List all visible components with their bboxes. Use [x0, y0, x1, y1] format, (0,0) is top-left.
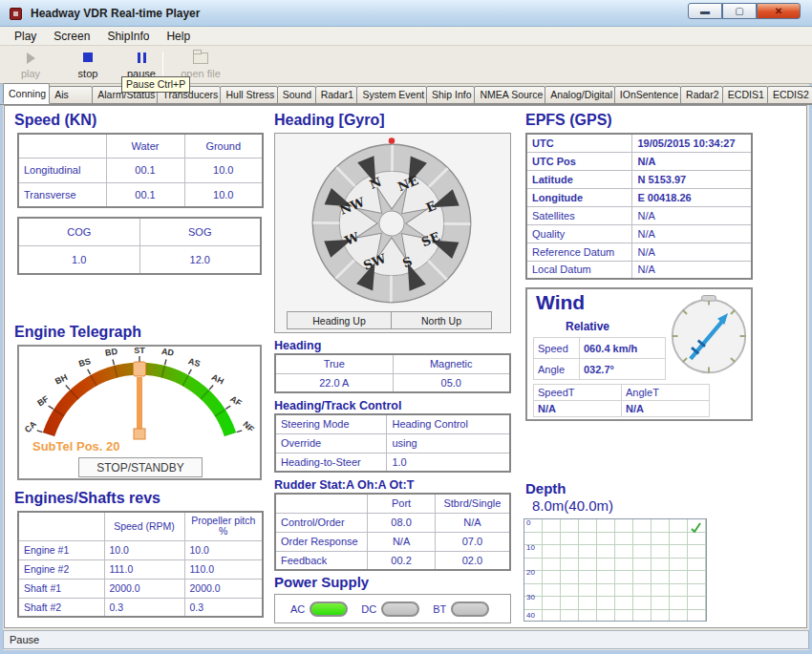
gyro-compass-panel: N NE E SE S SW W NW Heading Up North Up: [274, 133, 511, 333]
stop-button[interactable]: stop: [63, 50, 113, 80]
wind-dial: [668, 295, 750, 377]
table-row: Order Response N/A 07.0: [275, 532, 510, 551]
menu-screen[interactable]: Screen: [45, 28, 98, 45]
epfs-table: UTC 19/05/2015 10:34:27 UTC Pos N/A Lati…: [525, 133, 753, 280]
wind-subtitle: Relative: [566, 320, 609, 333]
table-row: Steering Mode Heading Control: [275, 414, 510, 433]
menu-bar: Play Screen ShipInfo Help: [0, 27, 812, 46]
table-row: 1.0 12.0: [18, 245, 261, 274]
depth-title: Depth: [525, 480, 566, 496]
telegraph-title: Engine Telegraph: [14, 324, 141, 341]
menu-shipinfo[interactable]: ShipInfo: [98, 28, 158, 45]
tab-ecdis2[interactable]: ECDIS2: [767, 86, 812, 104]
tab-nmea-source[interactable]: NMEA Source: [474, 86, 545, 104]
heading-true-value: 22.0 A: [275, 373, 393, 392]
pause-tooltip: Pause Ctrl+P: [121, 76, 190, 93]
table-row: Speed (RPM) Propeller pitch %: [18, 512, 263, 540]
table-row: Latitude N 5153.97: [526, 170, 752, 188]
tab-conning[interactable]: Conning: [3, 83, 50, 104]
toolbar-separator: [162, 52, 163, 78]
stop-standby-button[interactable]: STOP/STANDBY: [78, 457, 203, 477]
table-row: Quality N/A: [526, 224, 752, 243]
table-row: UTC Pos N/A: [526, 152, 752, 170]
track-control-title: Heading/Track Control: [274, 399, 401, 412]
status-bar: Pause: [3, 630, 809, 649]
compass-rose: N NE E SE S SW W NW: [303, 135, 481, 312]
ac-indicator: [310, 601, 348, 617]
tab-ecdis1[interactable]: ECDIS1: [722, 86, 768, 104]
tab-ais[interactable]: Ais: [49, 86, 93, 104]
engines-table: Speed (RPM) Propeller pitch % Engine #1 …: [17, 511, 264, 618]
status-text: Pause: [10, 634, 39, 645]
svg-text:BH: BH: [53, 372, 69, 387]
tab-hull-stress[interactable]: Hull Stress: [220, 86, 277, 104]
close-icon: ✕: [775, 6, 782, 16]
minimize-button[interactable]: ▬: [688, 3, 722, 19]
table-row: Shaft #2 0.3 0.3: [18, 598, 263, 617]
depth-graph: 0 10 20 30 40: [524, 518, 707, 622]
sog-header: SOG: [139, 218, 261, 245]
depth-trace-mark: [691, 522, 702, 534]
menu-play[interactable]: Play: [6, 28, 45, 45]
svg-text:AH: AH: [210, 372, 225, 387]
maximize-icon: ▢: [735, 6, 743, 16]
rudder-title: Rudder Stat:A Oh:A Ot:T: [274, 478, 414, 492]
window-border-left: [0, 27, 3, 654]
cog-sog-table: COG SOG 1.0 12.0: [17, 217, 262, 275]
tab-sound[interactable]: Sound: [277, 86, 316, 104]
table-row: Reference Datum N/A: [526, 243, 752, 261]
tab-ionsentence[interactable]: IOnSentence: [614, 86, 681, 104]
table-row: COG SOG: [18, 218, 261, 245]
table-row: SpeedT AngleT: [534, 385, 710, 401]
tab-system-event[interactable]: System Event: [356, 86, 427, 104]
play-icon: [27, 53, 35, 64]
wind-title: Wind: [536, 291, 585, 314]
heading-marker-dot: [389, 137, 395, 144]
dc-indicator: [381, 601, 419, 617]
speed-header-water: Water: [106, 134, 184, 158]
table-row: Longitude E 00418.26: [526, 188, 752, 206]
epfs-title: EPFS (GPS): [525, 112, 612, 129]
tab-analog-digital[interactable]: Analog/Digital: [545, 86, 615, 104]
svg-text:BS: BS: [77, 356, 92, 369]
table-row: Satellites N/A: [526, 206, 752, 224]
power-ac: AC: [290, 601, 348, 617]
open-file-icon: [193, 53, 208, 64]
tab-radar1[interactable]: Radar1: [315, 86, 358, 104]
table-row: Heading-to-Steer 1.0: [275, 453, 510, 472]
gyro-title: Heading [Gyro]: [274, 112, 385, 129]
tab-ship-info[interactable]: Ship Info: [426, 86, 475, 104]
speed-table: Water Ground Longitudinal 00.1 10.0 Tran…: [17, 133, 264, 208]
svg-text:BD: BD: [104, 347, 118, 358]
tab-radar2[interactable]: Radar2: [680, 86, 723, 104]
table-row: Local Datum N/A: [526, 261, 752, 279]
table-row: 22.0 A 05.0: [275, 373, 510, 392]
heading-table: True Magnetic 22.0 A 05.0: [274, 353, 511, 393]
speed-title: Speed (KN): [14, 112, 96, 129]
title-bar: Headway VDR Real-time Player ▬ ▢ ✕: [0, 0, 812, 27]
window-title: Headway VDR Real-time Player: [31, 7, 200, 20]
engines-title: Engines/Shafts revs: [14, 490, 160, 507]
wind-angle-value: 032.7°: [580, 359, 666, 380]
play-label: play: [21, 68, 40, 79]
app-icon: [10, 8, 22, 20]
maximize-button[interactable]: ▢: [722, 3, 757, 19]
telegraph-panel: CA BF BH BS BD ST AD AS AH AF NF: [17, 345, 262, 480]
table-row: Longitudinal 00.1 10.0: [18, 158, 263, 182]
sog-value: 12.0: [139, 245, 261, 274]
depth-value: 8.0m(40.0m): [532, 497, 613, 514]
heading-up-button[interactable]: Heading Up: [287, 311, 392, 329]
rudder-table: Port Stbrd/Single Control/Order 08.0 N/A…: [274, 493, 511, 571]
north-up-button[interactable]: North Up: [391, 311, 492, 329]
track-control-table: Steering Mode Heading Control Override u…: [274, 413, 511, 473]
power-panel: AC DC BT: [274, 594, 511, 623]
close-button[interactable]: ✕: [757, 3, 801, 19]
app-window: Headway VDR Real-time Player ▬ ▢ ✕ Play …: [0, 0, 812, 654]
bt-indicator: [451, 601, 489, 617]
table-row: N/A N/A: [534, 401, 710, 417]
svg-text:NF: NF: [241, 419, 256, 434]
menu-help[interactable]: Help: [158, 28, 199, 45]
table-row: Angle 032.7°: [534, 359, 666, 380]
wind-true-table: SpeedT AngleT N/A N/A: [533, 384, 710, 417]
play-button[interactable]: play: [6, 50, 55, 80]
